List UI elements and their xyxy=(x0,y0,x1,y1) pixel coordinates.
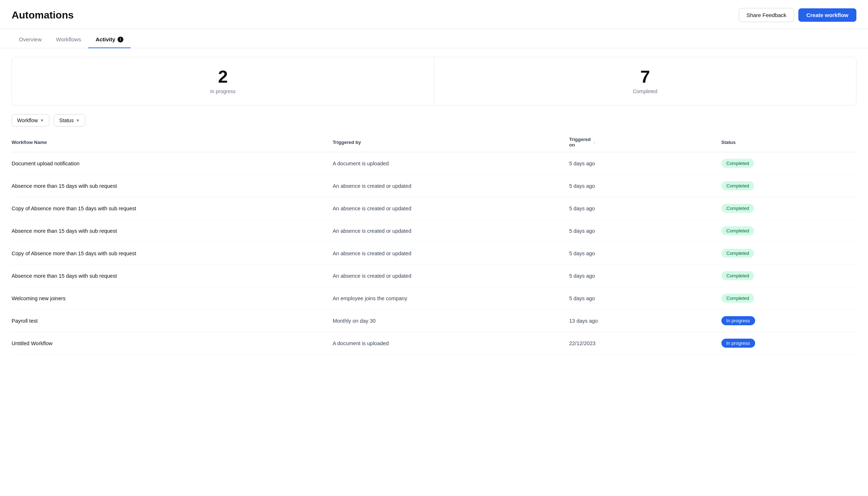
tab-overview[interactable]: Overview xyxy=(12,30,49,48)
page-header: Automations Share Feedback Create workfl… xyxy=(0,0,868,29)
table-row: Absence more than 15 days with sub reque… xyxy=(12,220,856,242)
cell-triggered-by: An absence is created or updated xyxy=(333,175,569,197)
table-row: Copy of Absence more than 15 days with s… xyxy=(12,242,856,265)
table-body: Document upload notificationA document i… xyxy=(12,152,856,355)
cell-triggered-on: 5 days ago xyxy=(569,197,721,220)
completed-label: Completed xyxy=(434,88,856,94)
status-badge: Completed xyxy=(721,226,754,235)
cell-triggered-on: 5 days ago xyxy=(569,220,721,242)
cell-workflow-name: Absence more than 15 days with sub reque… xyxy=(12,220,333,242)
cell-triggered-by: A document is uploaded xyxy=(333,152,569,175)
status-filter-label: Status xyxy=(59,117,74,123)
triggered-on-sort-icon: ↓ xyxy=(593,140,597,145)
cell-workflow-name: Copy of Absence more than 15 days with s… xyxy=(12,242,333,265)
activity-table-container: Workflow Name Triggered by Triggered on … xyxy=(0,132,868,366)
col-header-workflow-name: Workflow Name xyxy=(12,132,333,152)
tab-workflows[interactable]: Workflows xyxy=(49,30,89,48)
in-progress-count: 2 xyxy=(12,68,434,86)
cell-triggered-by: An absence is created or updated xyxy=(333,242,569,265)
cell-workflow-name: Absence more than 15 days with sub reque… xyxy=(12,175,333,197)
cell-status: Completed xyxy=(721,197,857,220)
table-row: Document upload notificationA document i… xyxy=(12,152,856,175)
header-actions: Share Feedback Create workflow xyxy=(739,8,856,22)
cell-triggered-by: An absence is created or updated xyxy=(333,220,569,242)
cell-triggered-on: 5 days ago xyxy=(569,242,721,265)
cell-workflow-name: Untitled Workflow xyxy=(12,332,333,355)
completed-count: 7 xyxy=(434,68,856,86)
share-feedback-button[interactable]: Share Feedback xyxy=(739,8,794,22)
in-progress-label: In progress xyxy=(12,88,434,94)
status-badge: In progress xyxy=(721,316,755,325)
filters-row: Workflow ▼ Status ▼ xyxy=(0,106,868,132)
cell-triggered-by: A document is uploaded xyxy=(333,332,569,355)
col-header-triggered-by: Triggered by xyxy=(333,132,569,152)
cell-status: Completed xyxy=(721,265,857,287)
col-header-triggered-on[interactable]: Triggered on ↓ xyxy=(569,132,596,152)
stat-in-progress: 2 In progress xyxy=(12,57,434,105)
cell-workflow-name: Payroll test xyxy=(12,310,333,332)
workflow-filter-chevron-icon: ▼ xyxy=(40,118,44,123)
table-row: Untitled WorkflowA document is uploaded2… xyxy=(12,332,856,355)
tab-activity[interactable]: Activity i xyxy=(88,30,130,48)
status-badge: Completed xyxy=(721,181,754,190)
cell-status: Completed xyxy=(721,242,857,265)
cell-triggered-by: An absence is created or updated xyxy=(333,197,569,220)
table-row: Payroll testMonthly on day 3013 days ago… xyxy=(12,310,856,332)
cell-triggered-by: Monthly on day 30 xyxy=(333,310,569,332)
status-badge: In progress xyxy=(721,339,755,348)
table-row: Copy of Absence more than 15 days with s… xyxy=(12,197,856,220)
status-badge: Completed xyxy=(721,159,754,168)
status-badge: Completed xyxy=(721,204,754,213)
table-row: Welcoming new joinersAn employee joins t… xyxy=(12,287,856,310)
cell-triggered-on: 22/12/2023 xyxy=(569,332,721,355)
tab-activity-label: Activity xyxy=(95,36,115,42)
table-header-row: Workflow Name Triggered by Triggered on … xyxy=(12,132,856,152)
cell-workflow-name: Document upload notification xyxy=(12,152,333,175)
cell-status: In progress xyxy=(721,332,857,355)
workflow-filter-button[interactable]: Workflow ▼ xyxy=(12,114,49,127)
cell-triggered-on: 5 days ago xyxy=(569,175,721,197)
create-workflow-button[interactable]: Create workflow xyxy=(798,8,856,22)
cell-workflow-name: Welcoming new joiners xyxy=(12,287,333,310)
workflow-filter-label: Workflow xyxy=(17,117,38,123)
table-row: Absence more than 15 days with sub reque… xyxy=(12,265,856,287)
tab-workflows-label: Workflows xyxy=(56,36,81,42)
status-badge: Completed xyxy=(721,294,754,303)
stat-completed: 7 Completed xyxy=(434,57,856,105)
status-filter-chevron-icon: ▼ xyxy=(76,118,80,123)
tabs-nav: Overview Workflows Activity i xyxy=(0,30,868,48)
cell-triggered-by: An employee joins the company xyxy=(333,287,569,310)
activity-info-icon: i xyxy=(118,37,123,42)
cell-triggered-on: 5 days ago xyxy=(569,265,721,287)
status-filter-button[interactable]: Status ▼ xyxy=(54,114,85,127)
cell-status: In progress xyxy=(721,310,857,332)
page-title: Automations xyxy=(12,9,74,21)
cell-workflow-name: Absence more than 15 days with sub reque… xyxy=(12,265,333,287)
table-row: Absence more than 15 days with sub reque… xyxy=(12,175,856,197)
col-header-status: Status xyxy=(721,132,857,152)
cell-workflow-name: Copy of Absence more than 15 days with s… xyxy=(12,197,333,220)
stats-row: 2 In progress 7 Completed xyxy=(12,57,856,106)
cell-triggered-on: 5 days ago xyxy=(569,152,721,175)
cell-triggered-by: An absence is created or updated xyxy=(333,265,569,287)
cell-status: Completed xyxy=(721,287,857,310)
activity-table: Workflow Name Triggered by Triggered on … xyxy=(12,132,856,355)
status-badge: Completed xyxy=(721,249,754,258)
cell-triggered-on: 13 days ago xyxy=(569,310,721,332)
cell-status: Completed xyxy=(721,220,857,242)
cell-status: Completed xyxy=(721,152,857,175)
cell-triggered-on: 5 days ago xyxy=(569,287,721,310)
status-badge: Completed xyxy=(721,271,754,280)
cell-status: Completed xyxy=(721,175,857,197)
tab-overview-label: Overview xyxy=(19,36,42,42)
